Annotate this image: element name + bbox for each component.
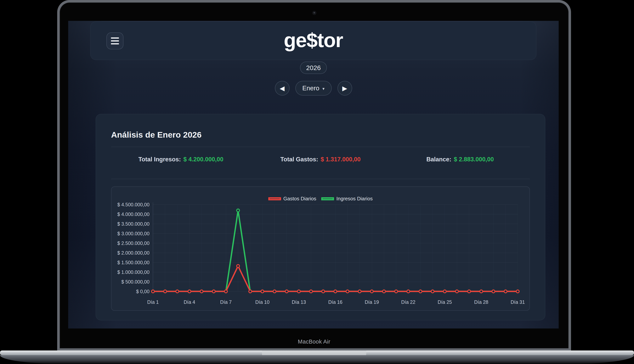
- app-header: ge$tor: [90, 22, 536, 60]
- balance-value: $ 2.883.000,00: [454, 156, 494, 163]
- data-point-marker[interactable]: [468, 290, 471, 293]
- analysis-title: Análisis de Enero 2026: [111, 130, 530, 140]
- svg-text:$ 2.500.000,00: $ 2.500.000,00: [117, 240, 150, 246]
- total-gastos-value: $ 1.317.000,00: [321, 156, 361, 163]
- total-ingresos-value: $ 4.200.000,00: [183, 156, 223, 163]
- data-point-marker[interactable]: [212, 290, 215, 293]
- legend-label: Ingresos Diarios: [336, 196, 373, 202]
- next-month-button[interactable]: ▶: [338, 81, 352, 96]
- data-point-marker[interactable]: [346, 290, 349, 293]
- svg-text:$ 4.500.000,00: $ 4.500.000,00: [117, 202, 150, 207]
- laptop-base: [0, 355, 634, 364]
- data-point-marker[interactable]: [237, 264, 239, 268]
- data-point-marker[interactable]: [310, 290, 312, 293]
- balance-label: Balance:: [426, 156, 451, 163]
- data-point-marker[interactable]: [273, 290, 276, 293]
- svg-text:$ 1.000.000,00: $ 1.000.000,00: [117, 270, 150, 275]
- hamburger-icon: [111, 40, 119, 42]
- device-label: MacBook Air: [57, 338, 571, 345]
- month-navigation: ◀ Enero ▾ ▶: [68, 81, 559, 96]
- svg-text:$ 4.000.000,00: $ 4.000.000,00: [117, 212, 150, 217]
- data-point-marker[interactable]: [419, 290, 422, 293]
- data-point-marker[interactable]: [407, 290, 410, 293]
- chart-axis-labels: $ 0,00$ 500.000,00$ 1.000.000,00$ 1.500.…: [117, 202, 525, 305]
- legend-item-ingresos-diarios[interactable]: Ingresos Diarios: [321, 196, 373, 202]
- data-point-marker[interactable]: [456, 290, 458, 293]
- app-logo: ge$tor: [284, 30, 343, 51]
- hamburger-icon: [111, 43, 119, 44]
- total-ingresos-label: Total Ingresos:: [138, 156, 181, 163]
- svg-text:$ 0,00: $ 0,00: [136, 289, 149, 294]
- data-point-marker[interactable]: [164, 290, 167, 293]
- data-point-marker[interactable]: [492, 290, 495, 293]
- svg-text:$ 3.000.000,00: $ 3.000.000,00: [117, 231, 150, 236]
- data-point-marker[interactable]: [395, 290, 398, 293]
- svg-text:Día 22: Día 22: [401, 299, 416, 305]
- hamburger-icon: [111, 38, 119, 38]
- svg-text:$ 500.000,00: $ 500.000,00: [121, 279, 150, 284]
- svg-text:Día 31: Día 31: [511, 299, 525, 305]
- right-arrow-icon: ▶: [342, 85, 347, 92]
- svg-text:Día 4: Día 4: [184, 299, 195, 305]
- legend-swatch: [268, 197, 281, 200]
- svg-text:$ 2.000.000,00: $ 2.000.000,00: [117, 250, 150, 256]
- daily-line-chart[interactable]: $ 0,00$ 500.000,00$ 1.000.000,00$ 1.500.…: [111, 187, 529, 310]
- month-label: Enero: [302, 84, 319, 92]
- data-point-marker[interactable]: [480, 290, 483, 293]
- svg-text:Día 13: Día 13: [292, 299, 306, 305]
- data-point-marker[interactable]: [249, 290, 252, 293]
- legend-swatch: [321, 197, 334, 200]
- svg-text:Día 7: Día 7: [220, 299, 232, 305]
- prev-month-button[interactable]: ◀: [275, 81, 289, 96]
- data-point-marker[interactable]: [285, 290, 288, 293]
- left-arrow-icon: ◀: [280, 85, 284, 92]
- divider: [111, 179, 530, 179]
- menu-button[interactable]: [106, 32, 123, 50]
- data-point-marker[interactable]: [200, 290, 203, 293]
- data-point-marker[interactable]: [383, 290, 385, 293]
- analysis-card: Análisis de Enero 2026 Total Ingresos: $…: [96, 114, 545, 320]
- macbook-mockup: ge$tor 2026 ◀ Enero ▾ ▶ Análisis de Ener…: [0, 0, 634, 364]
- data-point-marker[interactable]: [237, 209, 239, 212]
- data-point-marker[interactable]: [431, 290, 434, 293]
- data-point-marker[interactable]: [151, 290, 154, 293]
- svg-text:Día 10: Día 10: [255, 299, 269, 305]
- data-point-marker[interactable]: [504, 290, 507, 293]
- svg-text:Día 25: Día 25: [438, 299, 452, 305]
- app-screen: ge$tor 2026 ◀ Enero ▾ ▶ Análisis de Ener…: [68, 21, 559, 328]
- svg-text:Día 1: Día 1: [147, 299, 159, 305]
- legend-item-gastos-diarios[interactable]: Gastos Diarios: [268, 196, 316, 202]
- total-gastos-label: Total Gastos:: [280, 156, 318, 163]
- totals-row: Total Ingresos: $ 4.200.000,00 Total Gas…: [111, 147, 530, 172]
- data-point-marker[interactable]: [261, 290, 264, 293]
- svg-text:$ 3.500.000,00: $ 3.500.000,00: [117, 221, 150, 226]
- chart-card: $ 0,00$ 500.000,00$ 1.000.000,00$ 1.500.…: [111, 186, 530, 311]
- webcam-icon: [312, 11, 316, 15]
- total-ingresos: Total Ingresos: $ 4.200.000,00: [111, 156, 251, 163]
- data-point-marker[interactable]: [176, 290, 179, 293]
- data-point-marker[interactable]: [370, 290, 373, 293]
- svg-text:Día 19: Día 19: [365, 299, 379, 305]
- legend-label: Gastos Diarios: [283, 196, 316, 202]
- svg-text:Día 28: Día 28: [474, 299, 488, 305]
- data-point-marker[interactable]: [297, 290, 300, 293]
- total-balance: Balance: $ 2.883.000,00: [390, 156, 530, 163]
- data-point-marker[interactable]: [224, 290, 227, 293]
- data-point-marker[interactable]: [358, 290, 361, 293]
- total-gastos: Total Gastos: $ 1.317.000,00: [251, 156, 390, 163]
- svg-text:Día 16: Día 16: [328, 299, 343, 305]
- chevron-down-icon: ▾: [323, 86, 325, 91]
- year-badge[interactable]: 2026: [300, 62, 327, 74]
- data-point-marker[interactable]: [516, 290, 519, 293]
- chart-legend: Gastos DiariosIngresos Diarios: [111, 196, 529, 202]
- year-row: 2026: [68, 62, 559, 74]
- data-point-marker[interactable]: [322, 290, 325, 293]
- data-point-marker[interactable]: [188, 290, 191, 293]
- svg-text:$ 1.500.000,00: $ 1.500.000,00: [117, 260, 150, 265]
- month-dropdown[interactable]: Enero ▾: [295, 81, 332, 96]
- chart-grid: [153, 202, 518, 292]
- data-point-marker[interactable]: [443, 290, 446, 293]
- data-point-marker[interactable]: [334, 290, 337, 293]
